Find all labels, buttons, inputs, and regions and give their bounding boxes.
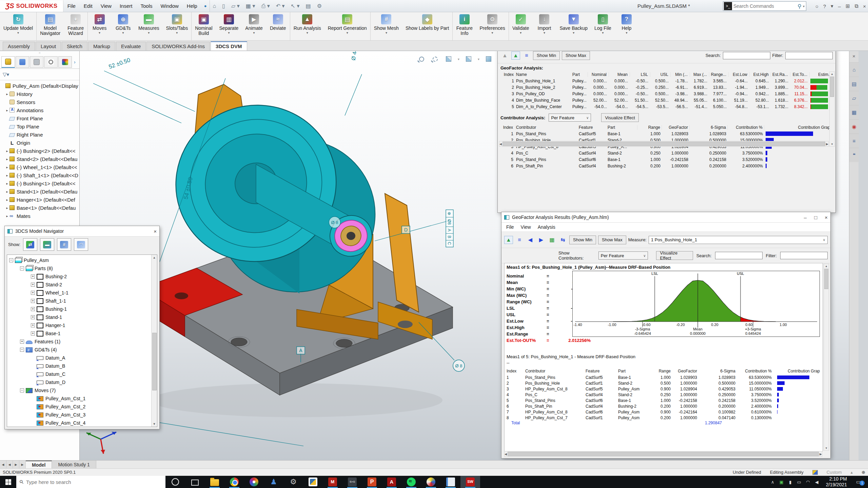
taskbar-search-input[interactable]	[26, 479, 162, 485]
ribbon-tab[interactable]: SOLIDWORKS Add-Ins	[146, 42, 210, 50]
document-tab[interactable]: Model	[26, 461, 52, 468]
navigator-tree-item[interactable]: + Bushing-1	[7, 305, 157, 313]
tree-item[interactable]: Front Plane	[0, 114, 79, 122]
table-row[interactable]: 5Pos_Stand_PinsCadSurf6 Base-11.000-0.24…	[507, 398, 820, 403]
ribbon-tool[interactable]: ▶ Animate ▾	[242, 12, 266, 40]
taskbar-app-icon[interactable]: SW	[460, 476, 480, 488]
expand-box-icon[interactable]: +	[31, 291, 35, 295]
ribbon-tab[interactable]: Sketch	[62, 42, 87, 50]
notification-center-icon[interactable]: ▭ 1	[852, 479, 865, 485]
quick-access-icon[interactable]: ▱ ▾	[228, 0, 243, 12]
balloon-diameter-8a[interactable]: Ø 8	[329, 217, 340, 228]
taskbar-app-icon[interactable]	[421, 476, 441, 488]
chevron-down-icon[interactable]: ▾	[602, 31, 604, 35]
window-control-icon[interactable]: ?	[823, 3, 826, 9]
datum-flag-a[interactable]: A	[297, 347, 305, 354]
expand-arrow-icon[interactable]: ▸	[5, 206, 9, 210]
expand-arrow-icon[interactable]: ▸	[5, 149, 9, 153]
navigator-tree-item[interactable]: + Features (1)	[7, 338, 157, 346]
show-toggle-button[interactable]: #	[57, 238, 71, 251]
ribbon-tool[interactable]: ⇄ Moves ▾	[87, 12, 111, 40]
table-row[interactable]: 4Pos_CCadSurf4 Stand-20.2501.000000 0.25…	[499, 150, 834, 156]
ribbon-tool[interactable]: ≈ Deviate	[266, 12, 290, 40]
visualize-effect-button[interactable]: Visualize Effect	[601, 113, 638, 122]
ribbon-tool[interactable]: ▯ Log File ▾	[591, 12, 615, 40]
navigator-tree-item[interactable]: + Hanger-1	[7, 321, 157, 329]
globe-icon[interactable]: ⊕	[862, 470, 865, 475]
ribbon-tab[interactable]: Layout	[36, 42, 61, 50]
hlm-list-icon[interactable]: ≡	[522, 52, 531, 60]
ribbon-tool[interactable]: ↻ Update Model ▾	[0, 12, 36, 40]
tab-configuration-manager[interactable]	[30, 56, 43, 68]
navigator-tree-item[interactable]: Pulley_Asm_Cst_3	[7, 411, 157, 419]
expand-arrow-icon[interactable]: ▸	[5, 92, 9, 96]
column-header[interactable]: Est.Low	[729, 72, 750, 77]
expand-arrow-icon[interactable]: ▸	[5, 214, 9, 218]
column-header[interactable]: GeoFactor	[671, 369, 697, 373]
dimension-44[interactable]: Ø 44.35	[350, 51, 359, 61]
next-measure-icon[interactable]: ▶	[537, 236, 546, 244]
balloon-diameter-8b[interactable]: Ø 8	[453, 360, 465, 371]
column-header[interactable]: Range...	[709, 72, 729, 77]
taskbar-app-icon[interactable]	[441, 476, 460, 488]
close-icon[interactable]: ×	[825, 215, 828, 220]
expand-arrow-icon[interactable]: ▸	[5, 174, 9, 177]
histogram-green-icon[interactable]: ▲	[511, 52, 520, 60]
document-tab[interactable]: Motion Study 1	[52, 461, 96, 468]
tree-item[interactable]: ▸ (-) Bushing<1> (Default<<	[0, 179, 79, 187]
close-icon[interactable]: ×	[154, 228, 157, 234]
quick-access-icon[interactable]: ↶ ▾	[273, 0, 288, 12]
table-row[interactable]: 5Dim_A_to_Pulley_CenterPulley... -54.0..…	[499, 103, 834, 110]
chevron-down-icon[interactable]: ▾	[520, 31, 521, 35]
tree-item[interactable]: ▸ Stand<2> (Default<<Defau	[0, 155, 79, 163]
summary-search-input[interactable]	[723, 52, 770, 59]
column-header[interactable]: 6-Sigma	[697, 369, 735, 373]
datum-flag-d[interactable]: D	[402, 226, 410, 233]
tab-nav-button[interactable]: ▶	[13, 461, 19, 468]
navigator-tree-item[interactable]: Pulley_Asm_Cst_4	[7, 419, 157, 427]
navigator-tree-item[interactable]: + Stand-1	[7, 313, 157, 321]
tree-item[interactable]: ▸ Annotations	[0, 106, 79, 114]
expand-box-icon[interactable]: +	[31, 274, 35, 279]
column-header[interactable]: Index	[499, 125, 516, 130]
chevron-down-icon[interactable]: ▾	[492, 31, 493, 35]
tree-filter[interactable]: ▽▾	[0, 69, 79, 80]
table-row[interactable]: 4Dim_btw_Bushing_FacePulley... 52.00...5…	[499, 97, 834, 103]
column-header[interactable]: Est.High	[750, 72, 771, 77]
ribbon-tool[interactable]: ▤ Model Navigator	[36, 12, 64, 40]
tree-item[interactable]: ▸ Mates	[0, 212, 79, 220]
taskbar-app-icon[interactable]: A	[382, 476, 401, 488]
expand-box-icon[interactable]: +	[31, 315, 35, 319]
hlm-list-icon[interactable]: ≡	[515, 236, 524, 244]
previous-measure-icon[interactable]: ◀	[526, 236, 535, 244]
navigator-tree-item[interactable]: Datum_C	[7, 370, 157, 378]
chevron-down-icon[interactable]: ▾	[544, 31, 545, 35]
histogram-green-icon[interactable]: ▲	[504, 236, 513, 244]
taskbar-app-icon[interactable]: P	[362, 476, 382, 488]
tree-item[interactable]: ▸ (-) Wheel_1<1> (Default<<	[0, 163, 79, 171]
table-row[interactable]: 3Pos_Pulley_ODPulley... 0.000...0.000...…	[499, 90, 834, 97]
expand-box-icon[interactable]: +	[20, 340, 24, 344]
tree-item[interactable]: ▸ Stand<1> (Default<<Defau	[0, 187, 79, 196]
column-header[interactable]: Est.To...	[790, 72, 810, 77]
expand-arrow-icon[interactable]: ▸	[5, 198, 9, 202]
taskbar-app-icon[interactable]: S>G	[342, 476, 362, 488]
taskbar-app-icon[interactable]	[224, 476, 244, 488]
navigator-tree-item[interactable]: + Shaft_1-1	[7, 297, 157, 305]
column-header[interactable]: Est.Ra...	[771, 72, 790, 77]
show-toggle-button[interactable]: ⇄	[23, 238, 37, 251]
column-header[interactable]: Name	[516, 72, 572, 77]
zoom-area-icon[interactable]	[431, 55, 439, 63]
navigator-tree-item[interactable]: − Pulley_Asm	[7, 256, 157, 264]
design-library-icon[interactable]: ▦	[849, 105, 859, 119]
tree-item[interactable]: ▸ (-) Bushing<2> (Default<<	[0, 147, 79, 155]
taskbar-app-icon[interactable]	[244, 476, 264, 488]
tree-item[interactable]: Pulley_Asm (Default<Display S	[0, 82, 79, 90]
sort-sigma-icon[interactable]: ⇆	[558, 236, 567, 244]
chevron-down-icon[interactable]: ▾	[347, 31, 348, 35]
tab-feature-tree[interactable]	[1, 56, 15, 68]
menu-item[interactable]: View	[517, 224, 534, 230]
quick-access-icon[interactable]: ⎙ ▾	[258, 0, 273, 12]
show-max-button[interactable]: Show Max	[598, 236, 626, 244]
quick-access-icon[interactable]: ▯	[219, 0, 228, 12]
